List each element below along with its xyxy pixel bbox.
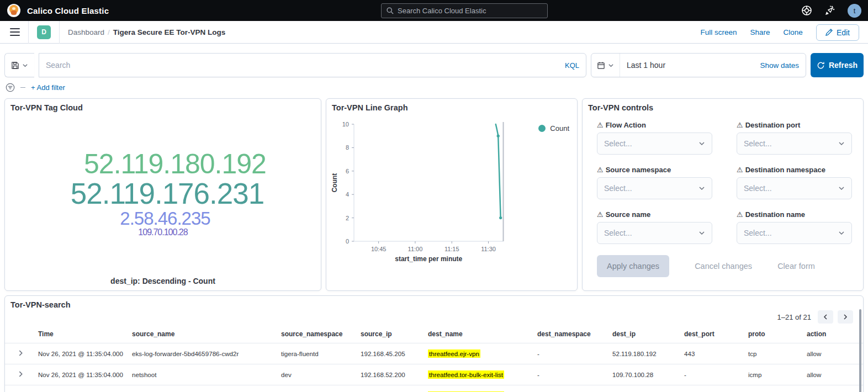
table-row: Nov 26, 2021 @ 11:34:54.000netshootdev19… [5, 385, 863, 392]
newsfeed-icon[interactable] [824, 5, 835, 16]
control-select[interactable]: Select... [737, 133, 852, 155]
panel-tag-cloud: Tor-VPN Tag Cloud 52.119.180.19252.119.1… [4, 98, 321, 291]
apply-changes-button[interactable]: Apply changes [597, 255, 669, 277]
panel-title-line-graph[interactable]: Tor-VPN Line Graph [326, 99, 577, 116]
column-header-source_name: source_name [130, 326, 279, 343]
column-header-time: Time [36, 326, 130, 343]
cell-dest_namespace: - [535, 364, 610, 385]
chevron-down-icon [22, 62, 28, 68]
cell-proto: icmp [746, 364, 805, 385]
saved-query-menu[interactable] [4, 53, 34, 77]
panel-title-controls[interactable]: Tor-VPN controls [583, 99, 863, 116]
cell-dest_name: threatfeed.ejr-vpn [426, 343, 535, 364]
line-chart: 024681010:4511:0011:1511:30Countstart_ti… [330, 118, 577, 268]
top-header-bar: Calico Cloud Elastic Search Calico Cloud… [0, 0, 868, 21]
svg-text:4: 4 [346, 191, 349, 198]
chevron-down-icon [838, 230, 845, 236]
cell-dest_port: 443 [682, 343, 746, 364]
svg-text:11:15: 11:15 [444, 246, 459, 252]
control-field-label: ⚠Destination name [737, 210, 852, 219]
legend-count[interactable]: Count [538, 124, 569, 133]
cell-proto: tcp [746, 343, 805, 364]
calico-logo-icon[interactable] [7, 4, 20, 17]
help-icon[interactable] [801, 5, 812, 16]
column-header-dest_port: dest_port [682, 326, 746, 343]
panel-title-search-table[interactable]: Tor-VPN-search [5, 296, 863, 314]
row-expand-icon[interactable] [5, 343, 36, 364]
control-field: ⚠Destination portSelect... [737, 121, 852, 155]
calendar-icon [597, 61, 605, 70]
line-chart-svg: 024681010:4511:0011:1511:30Countstart_ti… [330, 118, 573, 268]
breadcrumb-dashboard[interactable]: Dashboard [68, 28, 104, 36]
svg-text:11:00: 11:00 [408, 246, 423, 252]
pagination-label: 1–21 of 21 [777, 313, 811, 321]
table-body: Nov 26, 2021 @ 11:35:04.000eks-log-forwa… [5, 343, 863, 392]
control-select[interactable]: Select... [597, 133, 712, 155]
column-header-source_ip: source_ip [358, 326, 426, 343]
tag-cloud-word[interactable]: 109.70.100.28 [138, 228, 187, 237]
cell-source_namespace: dev [279, 385, 358, 392]
row-expand-icon[interactable] [5, 385, 36, 392]
date-picker-menu[interactable] [591, 54, 620, 77]
cell-source_ip: 192.168.52.200 [358, 364, 426, 385]
column-header-dest_namespace: dest_namespace [535, 326, 610, 343]
tag-cloud-word[interactable]: 2.58.46.235 [120, 209, 210, 228]
cell-source_namespace: dev [279, 364, 358, 385]
column-header-action: action [805, 326, 864, 343]
table-header-row: Timesource_namesource_namespacesource_ip… [5, 326, 863, 343]
breadcrumb-current: Tigera Secure EE Tor-VPN Logs [113, 28, 226, 36]
svg-text:start_time per minute: start_time per minute [395, 255, 462, 263]
user-avatar[interactable]: t [848, 4, 861, 18]
row-expand-icon[interactable] [5, 364, 36, 385]
global-search-placeholder: Search Calico Cloud Elastic [398, 7, 486, 15]
cancel-changes-button[interactable]: Cancel changes [695, 262, 752, 271]
chevron-down-icon [698, 185, 705, 192]
cell-dest_ip: 109.70.100.28 [610, 385, 682, 392]
global-search-input[interactable]: Search Calico Cloud Elastic [381, 3, 548, 18]
show-dates-button[interactable]: Show dates [760, 61, 799, 70]
legend-dot-icon [538, 125, 546, 132]
share-button[interactable]: Share [750, 28, 770, 36]
query-search-input[interactable]: Search KQL [39, 53, 586, 77]
cell-dest_name: threatfeed.tor-bulk-exit-list [426, 364, 535, 385]
app-title: Calico Cloud Elastic [27, 6, 109, 15]
filter-icon[interactable] [6, 83, 15, 92]
chevron-down-icon [698, 230, 705, 236]
control-select[interactable]: Select... [737, 177, 852, 199]
cell-source_name: eks-log-forwarder-5bd4659786-cwd2r [130, 343, 279, 364]
space-badge[interactable]: D [37, 25, 51, 39]
time-range-picker: Last 1 hour Show dates [591, 53, 806, 77]
full-screen-button[interactable]: Full screen [701, 28, 737, 36]
table-scrollbar[interactable] [859, 309, 861, 392]
control-field: ⚠Destination nameSelect... [737, 210, 852, 244]
cell-time: Nov 26, 2021 @ 11:35:04.000 [36, 364, 130, 385]
clear-form-button[interactable]: Clear form [777, 262, 815, 271]
control-select[interactable]: Select... [597, 177, 712, 199]
refresh-button[interactable]: Refresh [811, 53, 864, 77]
control-select[interactable]: Select... [737, 222, 852, 244]
chevron-down-icon [698, 140, 705, 147]
tag-cloud-word[interactable]: 52.119.176.231 [71, 178, 264, 209]
chevron-right-icon [843, 314, 848, 320]
chevron-left-icon [823, 314, 828, 320]
add-filter-button[interactable]: + Add filter [31, 83, 65, 92]
warning-icon: ⚠ [597, 210, 604, 219]
highlighted-dest-name: threatfeed.tor-bulk-exit-list [428, 370, 504, 379]
panel-title-tag-cloud[interactable]: Tor-VPN Tag Cloud [5, 99, 321, 116]
menu-hamburger-icon[interactable] [10, 28, 20, 36]
control-select[interactable]: Select... [597, 222, 712, 244]
pagination-prev-button[interactable] [818, 310, 833, 324]
time-range-value[interactable]: Last 1 hour [620, 54, 753, 77]
tag-cloud-word[interactable]: 52.119.180.192 [84, 150, 266, 178]
kql-language-button[interactable]: KQL [560, 61, 579, 70]
svg-text:6: 6 [346, 168, 349, 174]
warning-icon: ⚠ [737, 121, 743, 129]
cell-dest_namespace: - [535, 343, 610, 364]
edit-button[interactable]: Edit [816, 24, 859, 41]
filter-divider [20, 87, 25, 88]
control-field-label: ⚠Destination namespace [737, 166, 852, 174]
svg-text:8: 8 [346, 144, 349, 151]
cell-proto: icmp [746, 385, 805, 392]
clone-button[interactable]: Clone [784, 28, 803, 36]
pagination-next-button[interactable] [838, 310, 853, 324]
